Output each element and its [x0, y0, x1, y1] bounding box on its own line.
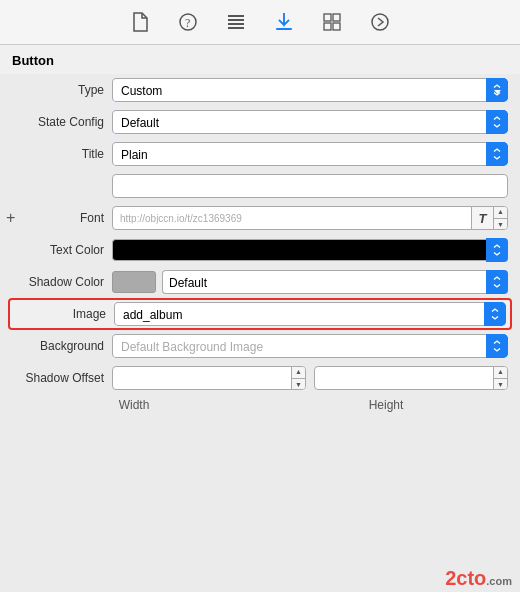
font-stepper-up[interactable]: ▲ [494, 206, 507, 219]
download-icon[interactable] [270, 8, 298, 36]
font-input-wrap: System 18.0 T ▲ ▼ [112, 206, 508, 230]
shadow-color-wrap: Default [112, 270, 508, 294]
svg-rect-7 [276, 28, 292, 30]
type-control: Custom [112, 78, 508, 102]
state-config-dropdown[interactable]: Default [112, 110, 508, 134]
offset-step-up-2[interactable]: ▲ [494, 366, 507, 379]
state-config-row: State Config Default [8, 106, 512, 138]
offset-stepper-1[interactable]: ▲ ▼ [291, 366, 305, 390]
background-dropdown[interactable]: Default Background Image [112, 334, 508, 358]
svg-point-12 [372, 14, 388, 30]
title-text-row: Button [8, 170, 512, 202]
title-text-control: Button [112, 174, 508, 198]
title-dropdown-arrow[interactable] [486, 142, 508, 166]
state-config-arrow[interactable] [486, 110, 508, 134]
text-color-arrow[interactable] [486, 238, 508, 262]
state-config-label: State Config [12, 115, 112, 129]
background-placeholder: Default Background Image [112, 334, 486, 358]
text-color-control [112, 238, 508, 262]
title-dropdown[interactable]: Plain [112, 142, 508, 166]
shadow-offset-field-2: 0 ▲ ▼ [314, 366, 508, 390]
font-style-icon[interactable]: T [471, 206, 493, 230]
offset-step-down-2[interactable]: ▼ [494, 379, 507, 391]
shadow-offset-row: Shadow Offset 0 ▲ ▼ 0 ▲ ▼ [8, 362, 512, 394]
background-dropdown-arrow[interactable] [486, 334, 508, 358]
width-height-row: Width Height [8, 394, 512, 416]
toolbar: ? [0, 0, 520, 45]
svg-rect-4 [228, 23, 244, 25]
svg-rect-11 [333, 23, 340, 30]
state-config-control: Default [112, 110, 508, 134]
image-dropdown[interactable]: add_album [114, 302, 506, 326]
shadow-offset-label: Shadow Offset [12, 371, 112, 385]
text-color-swatch[interactable] [112, 239, 486, 261]
image-row: Image add_album [8, 298, 512, 330]
height-label: Height [268, 398, 504, 412]
type-dropdown-arrow[interactable] [486, 78, 508, 102]
form-area: Type Custom State Config Default Title [0, 74, 520, 416]
font-stepper[interactable]: ▲ ▼ [493, 206, 507, 230]
svg-rect-3 [228, 19, 244, 21]
shadow-offset-field-1: 0 ▲ ▼ [112, 366, 306, 390]
type-dropdown[interactable]: Custom [112, 78, 508, 102]
arrow-right-icon[interactable] [366, 8, 394, 36]
grid-icon[interactable] [318, 8, 346, 36]
shadow-default-text: Default [162, 270, 486, 294]
title-value: Plain [112, 142, 486, 166]
shadow-offset-input-2[interactable]: 0 [315, 371, 493, 385]
type-value: Custom [112, 78, 486, 102]
font-input[interactable]: System 18.0 [113, 211, 471, 225]
font-stepper-down[interactable]: ▼ [494, 219, 507, 231]
shadow-color-row: Shadow Color Default [8, 266, 512, 298]
shadow-color-label: Shadow Color [12, 275, 112, 289]
title-text-input[interactable]: Button [112, 174, 508, 198]
title-control: Plain [112, 142, 508, 166]
svg-rect-9 [333, 14, 340, 21]
background-row: Background Default Background Image [8, 330, 512, 362]
offset-step-down-1[interactable]: ▼ [292, 379, 305, 391]
svg-text:?: ? [185, 16, 190, 30]
image-value: add_album [114, 302, 484, 326]
font-label: Font [12, 211, 112, 225]
state-config-value: Default [112, 110, 486, 134]
offset-stepper-2[interactable]: ▲ ▼ [493, 366, 507, 390]
shadow-dropdown-arrow[interactable] [486, 270, 508, 294]
plus-button[interactable]: + [6, 209, 15, 227]
background-label: Background [12, 339, 112, 353]
text-color-label: Text Color [12, 243, 112, 257]
font-control: System 18.0 T ▲ ▼ [112, 206, 508, 230]
image-label: Image [14, 307, 114, 321]
shadow-color-swatch[interactable] [112, 271, 156, 293]
shadow-color-control: Default [112, 270, 508, 294]
svg-rect-8 [324, 14, 331, 21]
list-icon[interactable] [222, 8, 250, 36]
watermark: 2cto.com [445, 567, 512, 590]
shadow-offset-control: 0 ▲ ▼ 0 ▲ ▼ [112, 366, 508, 390]
watermark-sub: .com [486, 575, 512, 587]
text-color-row: Text Color [8, 234, 512, 266]
help-icon[interactable]: ? [174, 8, 202, 36]
image-control: add_album [114, 302, 506, 326]
offset-step-up-1[interactable]: ▲ [292, 366, 305, 379]
title-label: Title [12, 147, 112, 161]
svg-rect-5 [228, 27, 244, 29]
shadow-offset-input-1[interactable]: 0 [113, 371, 291, 385]
svg-rect-2 [228, 15, 244, 17]
svg-rect-10 [324, 23, 331, 30]
watermark-main: 2cto [445, 567, 486, 589]
image-dropdown-arrow[interactable] [484, 302, 506, 326]
font-row: + Font System 18.0 T ▲ ▼ http://objccn.i… [8, 202, 512, 234]
type-label: Type [12, 83, 112, 97]
type-row: Type Custom [8, 74, 512, 106]
shadow-dropdown: Default [162, 270, 508, 294]
section-title: Button [0, 45, 520, 74]
file-icon[interactable] [126, 8, 154, 36]
background-control: Default Background Image [112, 334, 508, 358]
title-row: Title Plain [8, 138, 512, 170]
width-label: Width [16, 398, 252, 412]
